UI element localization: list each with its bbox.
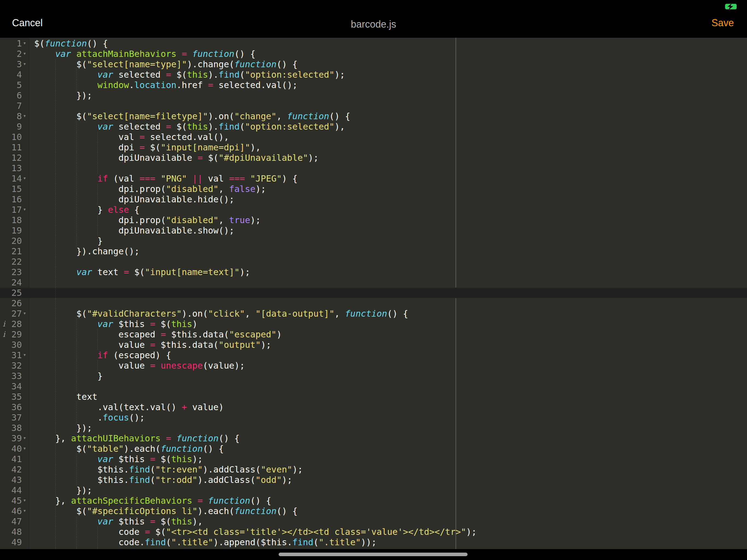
line-number[interactable]: 16 — [0, 194, 22, 205]
code-line[interactable]: 27▾ $("#validCharacters").on("click", "[… — [0, 308, 747, 319]
code-line[interactable]: 41 var $this = $(this); — [0, 454, 747, 464]
code-line[interactable]: 34 — [0, 381, 747, 391]
line-number[interactable]: 18 — [0, 215, 22, 225]
code-line[interactable]: 18 dpi.prop("disabled", true); — [0, 215, 747, 225]
fold-toggle-icon[interactable]: ▾ — [23, 308, 28, 318]
line-number[interactable]: 35 — [0, 391, 22, 402]
code-line[interactable]: 49 code.find(".title").append($this.find… — [0, 537, 747, 548]
code-line[interactable]: 33 } — [0, 371, 747, 381]
fold-toggle-icon[interactable]: ▾ — [23, 173, 28, 183]
line-number[interactable]: 31 — [0, 350, 22, 360]
horizontal-scrollbar[interactable] — [279, 553, 468, 556]
line-number[interactable]: 33 — [0, 371, 22, 381]
line-number[interactable]: 42 — [0, 464, 22, 475]
line-number[interactable]: 3 — [0, 59, 22, 70]
code-line[interactable]: 6 }); — [0, 90, 747, 101]
line-number[interactable]: 40 — [0, 443, 22, 454]
code-line[interactable]: 25 — [0, 288, 747, 298]
code-line[interactable]: 2▾ var attachMainBehaviors = function() … — [0, 49, 747, 59]
code-line[interactable]: 12 dpiUnavailable = $("#dpiUnavailable")… — [0, 153, 747, 163]
code-line[interactable]: 35 text — [0, 391, 747, 402]
line-number[interactable]: 2 — [0, 49, 22, 59]
line-number[interactable]: 45 — [0, 495, 22, 506]
fold-toggle-icon[interactable]: ▾ — [23, 495, 28, 505]
line-number[interactable]: 26 — [0, 298, 22, 308]
code-editor[interactable]: 1▾$(function() {2▾ var attachMainBehavio… — [0, 38, 747, 549]
code-line[interactable]: 32 value = unescape(value); — [0, 360, 747, 371]
line-number[interactable]: 6 — [0, 90, 22, 101]
code-line[interactable]: 22 — [0, 256, 747, 267]
fold-toggle-icon[interactable]: ▾ — [23, 204, 28, 214]
line-number[interactable]: 7 — [0, 101, 22, 111]
code-line[interactable]: 38 }); — [0, 423, 747, 433]
code-line[interactable]: 10 val = selected.val(), — [0, 132, 747, 142]
code-line[interactable]: 39▾ }, attachUIBehaviors = function() { — [0, 433, 747, 443]
code-line[interactable]: 15 dpi.prop("disabled", false); — [0, 184, 747, 194]
fold-toggle-icon[interactable]: ▾ — [23, 433, 28, 443]
line-number[interactable]: 43 — [0, 475, 22, 485]
line-number[interactable]: 23 — [0, 267, 22, 277]
code-line[interactable]: 44 }); — [0, 485, 747, 495]
fold-toggle-icon[interactable]: ▾ — [23, 38, 28, 48]
code-line[interactable]: 26 — [0, 298, 747, 308]
code-line[interactable]: 46▾ $("#specificOptions li").each(functi… — [0, 506, 747, 516]
line-number[interactable]: 15 — [0, 184, 22, 194]
code-line[interactable]: 7 — [0, 101, 747, 111]
code-line[interactable]: 36 .val(text.val() + value) — [0, 402, 747, 412]
line-number[interactable]: 8 — [0, 111, 22, 121]
line-number[interactable]: 39 — [0, 433, 22, 443]
code-line[interactable]: 3▾ $("select[name=type]").change(functio… — [0, 59, 747, 70]
line-number[interactable]: 38 — [0, 423, 22, 433]
line-number[interactable]: 5 — [0, 80, 22, 90]
line-number[interactable]: 28 — [0, 319, 22, 329]
code-line[interactable]: 16 dpiUnavailable.hide(); — [0, 194, 747, 205]
fold-toggle-icon[interactable]: ▾ — [23, 443, 28, 453]
line-number[interactable]: 47 — [0, 516, 22, 527]
line-number[interactable]: 12 — [0, 153, 22, 163]
fold-toggle-icon[interactable]: ▾ — [23, 110, 28, 121]
code-line[interactable]: i29 escaped = $this.data("escaped") — [0, 329, 747, 339]
code-line[interactable]: 37 .focus(); — [0, 412, 747, 423]
code-line[interactable]: 43 $this.find("tr:odd").addClass("odd"); — [0, 475, 747, 485]
code-line[interactable]: 31▾ if (escaped) { — [0, 350, 747, 360]
code-line[interactable]: 9 var selected = $(this).find("option:se… — [0, 121, 747, 132]
fold-toggle-icon[interactable]: ▾ — [23, 350, 28, 360]
line-number[interactable]: 44 — [0, 485, 22, 495]
code-line[interactable]: 13 — [0, 163, 747, 173]
line-number[interactable]: 13 — [0, 163, 22, 173]
code-line[interactable]: 11 dpi = $("input[name=dpi]"), — [0, 142, 747, 153]
code-line[interactable]: 20 } — [0, 236, 747, 246]
code-line[interactable]: 48 code = $("<tr><td class='title'></td>… — [0, 527, 747, 537]
line-number[interactable]: 46 — [0, 506, 22, 516]
code-line[interactable]: 40▾ $("table").each(function() { — [0, 443, 747, 454]
line-number[interactable]: 20 — [0, 236, 22, 246]
code-line[interactable]: 17▾ } else { — [0, 205, 747, 215]
line-number[interactable]: 41 — [0, 454, 22, 464]
line-number[interactable]: 4 — [0, 70, 22, 80]
line-number[interactable]: 21 — [0, 246, 22, 256]
code-line[interactable]: 1▾$(function() { — [0, 38, 747, 49]
code-line[interactable]: 45▾ }, attachSpecificBehaviors = functio… — [0, 495, 747, 506]
line-number[interactable]: 1 — [0, 38, 22, 49]
line-number[interactable]: 17 — [0, 205, 22, 215]
code-line[interactable]: 4 var selected = $(this).find("option:se… — [0, 70, 747, 80]
line-number[interactable]: 14 — [0, 173, 22, 184]
code-line[interactable]: 19 dpiUnavailable.show(); — [0, 225, 747, 236]
line-number[interactable]: 25 — [0, 288, 22, 298]
code-line[interactable]: 47 var $this = $(this), — [0, 516, 747, 527]
line-number[interactable]: 48 — [0, 527, 22, 537]
line-number[interactable]: 11 — [0, 142, 22, 153]
line-number[interactable]: 19 — [0, 225, 22, 236]
line-number[interactable]: 29 — [0, 329, 22, 339]
save-button[interactable]: Save — [712, 18, 734, 28]
line-number[interactable]: 22 — [0, 256, 22, 267]
code-line[interactable]: i28 var $this = $(this) — [0, 319, 747, 329]
line-number[interactable]: 27 — [0, 308, 22, 319]
line-number[interactable]: 9 — [0, 121, 22, 132]
line-number[interactable]: 24 — [0, 277, 22, 288]
code-line[interactable]: 23 var text = $("input[name=text]"); — [0, 267, 747, 277]
line-number[interactable]: 34 — [0, 381, 22, 391]
line-number[interactable]: 49 — [0, 537, 22, 548]
code-line[interactable]: 21 }).change(); — [0, 246, 747, 256]
fold-toggle-icon[interactable]: ▾ — [23, 58, 28, 69]
